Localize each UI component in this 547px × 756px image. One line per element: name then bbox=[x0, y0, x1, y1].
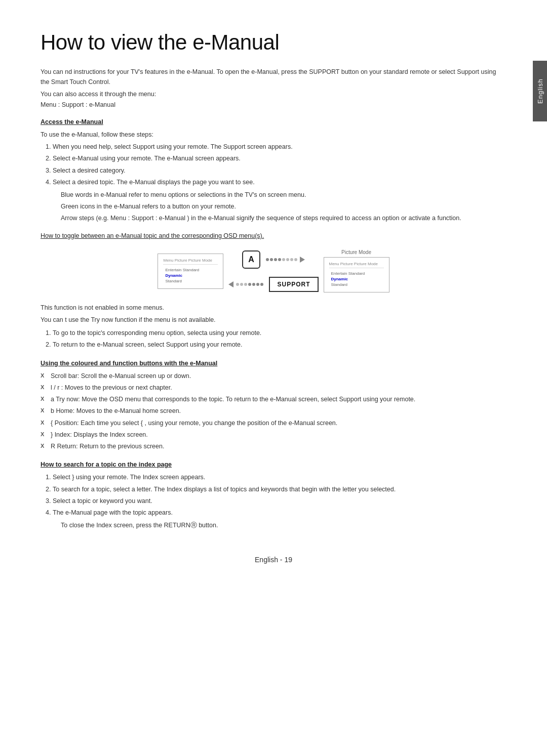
list-item: Select e-Manual using your remote. The e… bbox=[53, 153, 506, 164]
list-item: Select a topic or keyword you want. bbox=[53, 496, 506, 507]
right-screen-title: Menu Picture Picture Mode bbox=[329, 262, 384, 268]
dots-right bbox=[265, 257, 305, 263]
diagram-right-container: Picture Mode Menu Picture Picture Mode E… bbox=[324, 249, 389, 292]
list-item: When you need help, select Support using… bbox=[53, 142, 506, 152]
section1-indent2: Green icons in the e-Manual refers to a … bbox=[61, 201, 506, 212]
section3-heading: Using the coloured and function buttons … bbox=[41, 360, 506, 367]
dots-left bbox=[228, 281, 264, 287]
section4-note: To close the Index screen, press the RET… bbox=[61, 520, 506, 530]
section-toggle: How to toggle between an e-Manual topic … bbox=[41, 232, 506, 351]
section4-steps: Select } using your remote. The Index sc… bbox=[53, 472, 506, 518]
left-screen-item2: Standard bbox=[163, 279, 218, 283]
page-container: English How to view the e-Manual You can… bbox=[0, 0, 547, 756]
section4-heading: How to search for a topic on the index p… bbox=[41, 461, 506, 468]
list-item: Scroll bar: Scroll the e-Manual screen u… bbox=[51, 371, 506, 382]
list-item: l / r : Moves to the previous or next ch… bbox=[51, 383, 506, 393]
section2-note0: This function is not enabled in some men… bbox=[41, 303, 506, 313]
btn-a: A bbox=[242, 250, 260, 269]
arrow-left-row: SUPPORT bbox=[228, 277, 318, 292]
left-screen-item1: Dynamic bbox=[163, 273, 218, 278]
intro-line1: You can nd instructions for your TV's fe… bbox=[41, 67, 506, 87]
footer: English - 19 bbox=[41, 551, 506, 564]
list-item: Select a desired category. bbox=[53, 165, 506, 176]
picture-mode-label: Picture Mode bbox=[324, 249, 389, 255]
left-screen-item0: Entertain Standard bbox=[163, 268, 218, 272]
section1-indent1: Blue words in e-Manual refer to menu opt… bbox=[61, 190, 506, 200]
list-item: a Try now: Move the OSD menu that corres… bbox=[51, 394, 506, 405]
list-item: To return to the e-Manual screen, select… bbox=[53, 340, 506, 350]
section-search: How to search for a topic on the index p… bbox=[41, 461, 506, 530]
section-access: Access the e-Manual To use the e-Manual,… bbox=[41, 118, 506, 223]
section1-indent3: Arrow steps (e.g. Menu : Support : e-Man… bbox=[61, 213, 506, 223]
list-item: Select a desired topic. The e-Manual dis… bbox=[53, 177, 506, 188]
section1-intro: To use the e-Manual, follow these steps: bbox=[41, 130, 506, 140]
support-btn-label: SUPPORT bbox=[277, 281, 310, 288]
section1-heading: Access the e-Manual bbox=[41, 118, 506, 125]
page-title: How to view the e-Manual bbox=[41, 30, 506, 55]
arrow-right-row: A bbox=[242, 250, 305, 269]
right-screen-item1: Dynamic bbox=[329, 277, 384, 281]
list-item: The e-Manual page with the topic appears… bbox=[53, 508, 506, 518]
diagram-wrapper: Menu Picture Picture Mode Entertain Stan… bbox=[41, 249, 506, 292]
sidebar-tab: English bbox=[533, 61, 547, 121]
intro-line2: You can also access it through the menu: bbox=[41, 89, 506, 99]
left-screen-title: Menu Picture Picture Mode bbox=[163, 258, 218, 265]
btn-a-label: A bbox=[248, 255, 254, 264]
section2-heading: How to toggle between an e-Manual topic … bbox=[41, 232, 506, 239]
list-item: { Position: Each time you select { , usi… bbox=[51, 418, 506, 429]
list-item: b Home: Moves to the e-Manual home scree… bbox=[51, 406, 506, 416]
footer-text: English - 19 bbox=[255, 556, 292, 564]
list-item: R Return: Return to the previous screen. bbox=[51, 441, 506, 452]
right-screen-item2: Standard bbox=[329, 282, 384, 287]
diagram-right-screen: Menu Picture Picture Mode Entertain Stan… bbox=[324, 257, 389, 292]
right-screen-item0: Entertain Standard bbox=[329, 271, 384, 276]
menu-path: Menu : Support : e-Manual bbox=[41, 101, 506, 108]
section2-steps: To go to the topic's corresponding menu … bbox=[53, 328, 506, 351]
list-item: Select } using your remote. The Index sc… bbox=[53, 472, 506, 483]
list-item: To go to the topic's corresponding menu … bbox=[53, 328, 506, 339]
diagram-inner: Menu Picture Picture Mode Entertain Stan… bbox=[41, 249, 506, 292]
section2-note1: You can t use the Try now function if th… bbox=[41, 315, 506, 325]
section3-list: Scroll bar: Scroll the e-Manual screen u… bbox=[51, 371, 506, 452]
section1-steps: When you need help, select Support using… bbox=[53, 142, 506, 188]
sidebar-label: English bbox=[536, 78, 544, 104]
list-item: To search for a topic, select a letter. … bbox=[53, 484, 506, 495]
support-btn: SUPPORT bbox=[269, 277, 318, 292]
diagram-left-screen: Menu Picture Picture Mode Entertain Stan… bbox=[158, 254, 223, 289]
section-buttons: Using the coloured and function buttons … bbox=[41, 360, 506, 452]
diagram-center: A bbox=[228, 250, 318, 292]
list-item: } Index: Displays the Index screen. bbox=[51, 430, 506, 440]
